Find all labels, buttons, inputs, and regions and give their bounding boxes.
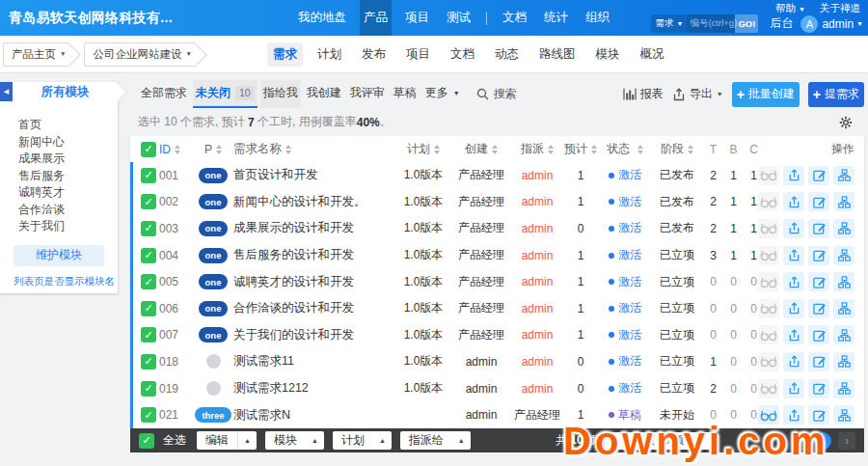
product-tab-3[interactable]: 项目 (400, 42, 436, 67)
edit-button[interactable] (808, 166, 829, 185)
settings-gear-button[interactable] (839, 116, 864, 129)
row-checkbox[interactable]: ✓ (141, 168, 156, 183)
cell-assigned-to[interactable]: admin (512, 169, 562, 182)
edit-button[interactable] (808, 352, 829, 371)
column-header-assigned[interactable]: 指派 (512, 141, 562, 157)
search-type-select[interactable]: 需求▼ (651, 14, 687, 33)
story-title-link[interactable]: 测试需求1212 (233, 380, 396, 397)
edit-button[interactable] (808, 219, 829, 238)
column-header-stage[interactable]: 阶段 (651, 141, 703, 157)
user-menu[interactable]: admin▼ (822, 17, 863, 31)
row-checkbox[interactable]: ✓ (141, 248, 156, 263)
change-button[interactable] (783, 246, 804, 265)
column-header-est[interactable]: 预计 (562, 141, 599, 157)
header-checkbox[interactable]: ✓ (141, 142, 156, 157)
help-menu[interactable]: 帮助▼ (775, 2, 805, 15)
search-input[interactable]: 编号(ctrl+g) (687, 14, 735, 33)
column-header-plan[interactable]: 计划 (396, 141, 450, 157)
edit-button[interactable] (808, 192, 829, 211)
story-title-link[interactable]: 售后服务的设计和开发 (233, 247, 396, 263)
cell-assigned-to[interactable]: admin (512, 302, 562, 315)
product-tab-1[interactable]: 计划 (312, 42, 347, 67)
sidebar-item-3[interactable]: 售后服务 (0, 168, 118, 185)
cell-assigned-to[interactable]: admin (512, 249, 562, 262)
change-button[interactable] (783, 352, 804, 371)
cell-assigned-to[interactable]: 产品经理 (512, 407, 562, 424)
footer-action-3[interactable]: 指派给▲ (400, 431, 471, 450)
subdivide-button[interactable] (833, 246, 854, 265)
batch-create-button[interactable]: +批量创建 (732, 82, 800, 107)
edit-button[interactable] (808, 379, 829, 398)
maintain-module-button[interactable]: 维护模块 (14, 245, 104, 266)
subdivide-button[interactable] (833, 352, 854, 371)
product-tab-8[interactable]: 概况 (635, 42, 670, 67)
subdivide-button[interactable] (833, 405, 854, 425)
report-button[interactable]: 报表 (623, 86, 664, 102)
story-title-link[interactable]: 诚聘英才的设计和开发 (233, 274, 396, 290)
sidebar-item-1[interactable]: 新闻中心 (0, 134, 118, 151)
cell-assigned-to[interactable]: admin (512, 382, 562, 396)
cell-assigned-to[interactable]: admin (512, 195, 562, 208)
change-button[interactable] (783, 219, 804, 238)
edit-button[interactable] (808, 272, 829, 291)
row-checkbox[interactable]: ✓ (141, 354, 156, 370)
change-button[interactable] (783, 272, 804, 291)
cell-assigned-to[interactable]: admin (512, 355, 562, 369)
create-story-button[interactable]: +提需求 (808, 82, 864, 107)
review-button[interactable] (758, 299, 779, 318)
footer-action-1[interactable]: 模块▲ (265, 431, 324, 450)
story-title-link[interactable]: 测试需求11 (233, 353, 396, 370)
column-header-id[interactable]: ID (159, 143, 193, 156)
row-checkbox[interactable]: ✓ (141, 274, 156, 289)
product-tab-2[interactable]: 发布 (356, 42, 392, 67)
subdivide-button[interactable] (833, 272, 854, 291)
review-button[interactable] (758, 325, 779, 344)
search-toggle[interactable]: 搜索 (476, 86, 517, 102)
filter-tab-1[interactable]: 未关闭10 (193, 80, 258, 108)
story-title-link[interactable]: 首页设计和开发 (233, 167, 396, 183)
sidebar-item-4[interactable]: 诚聘英才 (0, 184, 118, 202)
sidebar-item-2[interactable]: 成果展示 (0, 151, 118, 168)
story-title-link[interactable]: 关于我们的设计和开发 (233, 327, 396, 343)
footer-action-2[interactable]: 计划▲ (333, 431, 392, 450)
subdivide-button[interactable] (833, 166, 854, 185)
change-button[interactable] (783, 325, 804, 344)
subdivide-button[interactable] (833, 219, 854, 238)
filter-tab-4[interactable]: 我评审 (347, 80, 388, 108)
nav-item-7[interactable]: 组织 (582, 0, 613, 36)
select-all-checkbox[interactable]: ✓ (139, 433, 154, 449)
nav-item-5[interactable]: 文档 (499, 0, 530, 36)
subdivide-button[interactable] (833, 299, 854, 318)
filter-tab-3[interactable]: 我创建 (304, 80, 344, 108)
review-button[interactable] (758, 272, 779, 291)
filter-tab-0[interactable]: 全部需求 (138, 80, 190, 108)
column-header-name[interactable]: 需求名称 (233, 141, 396, 157)
nav-item-2[interactable]: 项目 (401, 0, 433, 36)
review-button[interactable] (758, 379, 779, 398)
subdivide-button[interactable] (833, 379, 854, 398)
row-checkbox[interactable]: ✓ (141, 407, 156, 423)
nav-item-3[interactable]: 测试 (443, 0, 475, 36)
subdivide-button[interactable] (833, 325, 854, 344)
edit-button[interactable] (808, 325, 829, 344)
product-tab-6[interactable]: 路线图 (533, 42, 582, 67)
cell-assigned-to[interactable]: admin (512, 222, 562, 235)
footer-action-0[interactable]: 编辑▲ (197, 431, 257, 450)
story-title-link[interactable]: 合作洽谈的设计和开发 (233, 300, 396, 316)
nav-item-1[interactable]: 产品 (360, 0, 392, 36)
product-tab-0[interactable]: 需求 (267, 42, 303, 67)
sidebar-item-0[interactable]: 首页 (0, 117, 118, 134)
cell-assigned-to[interactable]: admin (512, 328, 562, 342)
change-button[interactable] (783, 299, 804, 318)
column-header-opened[interactable]: 创建 (450, 141, 512, 157)
product-tab-5[interactable]: 动态 (489, 42, 525, 67)
row-checkbox[interactable]: ✓ (141, 327, 156, 343)
product-tab-7[interactable]: 模块 (590, 42, 626, 67)
filter-tab-6[interactable]: 更多▼ (422, 80, 463, 108)
review-button[interactable] (758, 219, 779, 238)
breadcrumb-item-0[interactable]: 产品主页▼ (3, 42, 68, 67)
breadcrumb-item-1[interactable]: 公司企业网站建设▼ (84, 42, 194, 67)
filter-tab-2[interactable]: 指给我 (260, 80, 301, 108)
export-button[interactable]: 导出 ▼ (672, 86, 723, 102)
review-button[interactable] (758, 192, 779, 211)
